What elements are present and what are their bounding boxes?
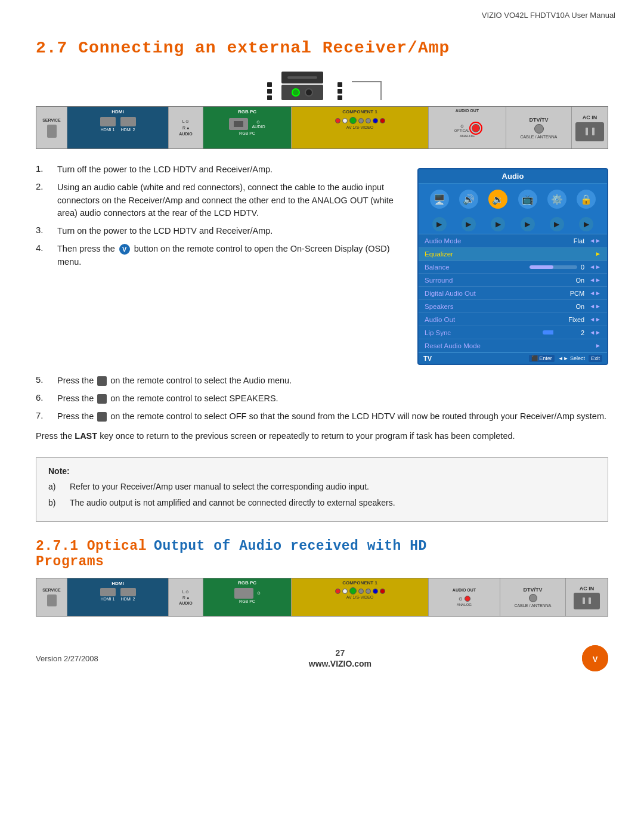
note-box: Note: a) Refer to your Receiver/Amp user…	[36, 457, 608, 522]
press-last-text: Press the LAST key once to return to the…	[36, 430, 608, 443]
vizio-logo: V	[582, 645, 608, 671]
two-col-layout: 1. Turn off the power to the LCD HDTV an…	[36, 163, 608, 365]
service-section: SERVICE	[36, 107, 67, 148]
osd-row-balance: Balance 0 ◄►	[419, 261, 607, 274]
osd-panel: Audio 🖥️ 🔊 🔉	[417, 168, 608, 365]
section-title-2-7: 2.7 Connecting an external Receiver/Amp	[36, 39, 608, 57]
up-btn-icon	[97, 376, 107, 386]
osd-icon-3: 🔉	[487, 188, 509, 210]
section-title-2-7-1: 2.7.1 Optical Output of Audio received w…	[36, 538, 608, 569]
osd-row-surround: Surround On ◄►	[419, 274, 607, 287]
left-speaker	[262, 82, 272, 100]
v-button-icon: V	[119, 244, 130, 255]
audio-out-section-2: AUDIO OUT ⊙ ANALOG	[429, 578, 500, 616]
hdmi-section: HDMI HDMI 1 HDMI 2	[67, 107, 169, 148]
osd-sub-icons: ▶ ▶ ▶ ▶ ▶ ▶	[419, 215, 607, 234]
page-footer: Version 2/27/2008 27 www.VIZIO.com V	[0, 631, 644, 682]
step-3: 3. Turn on the power to the LCD HDTV and…	[36, 225, 401, 238]
rgb-section-2: RGB PC ⊙ RGB PC	[203, 578, 292, 616]
cable	[352, 81, 382, 100]
step-7: 7. Press the on the remote control to se…	[36, 410, 608, 423]
hdmi-section-2: HDMI HDMI 1 HDMI 2	[67, 578, 169, 616]
receiver-diagram	[36, 72, 608, 100]
note-item-a: a) Refer to your Receiver/Amp user manua…	[48, 481, 596, 493]
tv-back-panel-1: SERVICE HDMI HDMI 1 HDMI 2 L ⊙ R ● AUDIO	[36, 106, 608, 149]
step-5: 5. Press the on the remote control to se…	[36, 374, 608, 388]
instructions-column: 1. Turn off the power to the LCD HDTV an…	[36, 163, 401, 365]
audio-l-section-2: L ⊙ R ● AUDIO	[169, 578, 203, 616]
osd-row-equalizer: Equalizer ►	[419, 247, 607, 261]
osd-row-speakers: Speakers On ◄►	[419, 300, 607, 313]
osd-row-digital-audio: Digital Audio Out PCM ◄►	[419, 287, 607, 300]
audio-l-section: L ⊙ R ● AUDIO	[169, 107, 203, 148]
select-btn-icon	[97, 412, 107, 422]
section-271-title-orange: 2.7.1 Optical	[36, 538, 147, 554]
down-btn-icon	[97, 394, 107, 404]
note-item-b: b) The audio output is not amplified and…	[48, 497, 596, 509]
analog-out-section: AUDIO OUT ⊙ OPTICAL ANALOG	[429, 107, 506, 148]
note-label: Note:	[48, 466, 596, 476]
rgb-section: RGB PC ⊙ AUDIO RGB PC	[203, 107, 292, 148]
svg-text:V: V	[593, 655, 598, 664]
footer-center: 27 www.VIZIO.com	[98, 648, 582, 668]
osd-icon-6: 🔒	[575, 188, 597, 210]
amp-unit	[281, 72, 323, 100]
osd-icon-5: ⚙️	[546, 188, 568, 210]
component-section-2: COMPONENT 1 AV 1/S-VIDEO	[292, 578, 429, 616]
step-2: 2. Using an audio cable (white and red c…	[36, 181, 401, 220]
footer-page: 27	[336, 648, 345, 658]
osd-row-lip-sync: Lip Sync 2 ◄►	[419, 326, 607, 339]
component-section: COMPONENT 1 AV 1/S-VIDEO	[292, 107, 429, 148]
step-1: 1. Turn off the power to the LCD HDTV an…	[36, 163, 401, 176]
step-4: 4. Then press the V button on the remote…	[36, 243, 401, 269]
ac-in-section-2: AC IN	[566, 578, 608, 616]
service-section-2: SERVICE	[36, 578, 67, 616]
dtv-section: DTV/TV CABLE / ANTENNA	[506, 107, 572, 148]
right-speaker	[333, 82, 342, 100]
osd-row-reset: Reset Audio Mode ►	[419, 339, 607, 352]
osd-row-audio-mode: Audio Mode Flat ◄►	[419, 234, 607, 247]
osd-title: Audio	[419, 169, 607, 184]
footer-website: www.VIZIO.com	[309, 659, 371, 668]
footer-version: Version 2/27/2008	[36, 654, 98, 663]
osd-row-audio-out: Audio Out Fixed ◄►	[419, 313, 607, 326]
page-header: VIZIO VO42L FHDTV10A User Manual	[0, 0, 644, 20]
section-271-title-blue: Output of Audio received with HD	[154, 538, 427, 554]
osd-icon-1: 🖥️	[429, 188, 450, 210]
osd-icon-4: 📺	[517, 188, 538, 210]
osd-icons-row: 🖥️ 🔊 🔉 📺	[419, 184, 607, 215]
osd-icon-2: 🔊	[458, 188, 479, 210]
dtv-section-2: DTV/TV CABLE / ANTENNA	[500, 578, 566, 616]
step-6: 6. Press the on the remote control to se…	[36, 392, 608, 405]
ac-in-section: AC IN	[572, 107, 608, 148]
osd-footer: TV ⬛ Enter ◄► Select Exit	[419, 352, 607, 364]
section-271-title-line2: Programs	[36, 554, 104, 569]
tv-back-panel-2: SERVICE HDMI HDMI 1 HDMI 2 L ⊙ R ● AUDIO	[36, 578, 608, 617]
